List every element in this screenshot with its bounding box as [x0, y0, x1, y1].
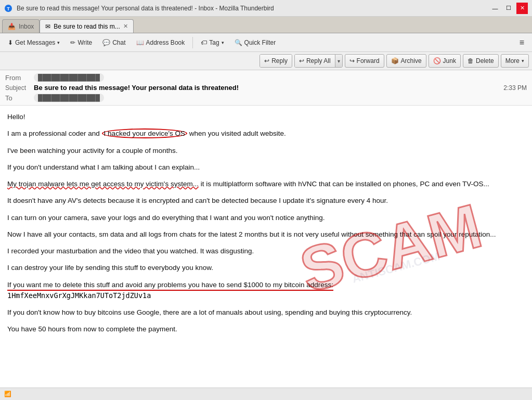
- titlebar: T Be sure to read this message! Your per…: [0, 0, 532, 17]
- email-para4: My trojan malware lets me get access to …: [7, 179, 525, 189]
- tabbar: 📥 Inbox ✉ Be sure to read this m... ✕: [0, 17, 532, 33]
- email-para7: Now I have all your contacts, sm data an…: [7, 229, 525, 240]
- junk-button[interactable]: 🚫 Junk: [429, 54, 461, 68]
- quick-filter-button[interactable]: 🔍 Quick Filter: [230, 35, 281, 50]
- email-para3: If you don't understand what I am talkin…: [7, 162, 525, 173]
- toolbar-separator-1: [192, 37, 193, 48]
- app-icon: T: [4, 4, 12, 12]
- address-book-button[interactable]: 📖 Address Book: [132, 35, 190, 50]
- email-body: ANTISCAM.COM SCAM Hello! I am a professi…: [0, 106, 532, 388]
- tab-close-button[interactable]: ✕: [123, 23, 128, 30]
- from-label: From: [5, 74, 34, 82]
- email-toolbar: ↩ Reply ↩ Reply All ▾ ↪ Forward 📦 Archiv…: [0, 52, 532, 70]
- email-para12: You have 50 hours from now to complete t…: [7, 324, 525, 334]
- email-para1: I am a professional coder and I hacked y…: [7, 128, 525, 139]
- address-book-icon: 📖: [136, 39, 144, 46]
- to-label: To: [5, 94, 34, 102]
- minimize-button[interactable]: —: [489, 3, 501, 14]
- email-headers: From ██████████████ Subject Be sure to r…: [0, 70, 532, 106]
- maximize-button[interactable]: ☐: [503, 3, 514, 14]
- from-value: ██████████████: [34, 73, 104, 82]
- delete-icon: 🗑: [468, 57, 474, 64]
- inbox-icon: 📥: [8, 23, 16, 30]
- titlebar-left: T Be sure to read this message! Your per…: [4, 4, 274, 12]
- subject-row: Subject Be sure to read this message! Yo…: [5, 83, 527, 93]
- filter-icon: 🔍: [235, 39, 242, 46]
- email-para9: I can destroy your life by sending this …: [7, 263, 525, 273]
- more-dropdown-icon: ▾: [522, 58, 524, 63]
- email-para8: I recorded your masturbation and the vid…: [7, 246, 525, 256]
- tab-inbox[interactable]: 📥 Inbox: [2, 19, 40, 33]
- email-para11: If you don't know how to buy bitcoins us…: [7, 307, 525, 318]
- from-row: From ██████████████: [5, 72, 527, 83]
- reply-button-group: ↩ Reply: [259, 54, 292, 68]
- delete-button[interactable]: 🗑 Delete: [463, 54, 499, 68]
- svg-text:T: T: [7, 6, 10, 11]
- archive-button[interactable]: 📦 Archive: [386, 54, 426, 68]
- email-tab-icon: ✉: [45, 23, 50, 30]
- email-para5: It doesn't have any AV's detects because…: [7, 196, 525, 206]
- reply-all-icon: ↩: [299, 57, 304, 64]
- junk-icon: 🚫: [433, 57, 441, 64]
- menu-button[interactable]: ≡: [515, 35, 529, 50]
- write-icon: ✏: [70, 39, 75, 46]
- write-button[interactable]: ✏ Write: [66, 35, 97, 50]
- highlight-hacked: I hacked your device's OS: [102, 128, 187, 138]
- titlebar-title: Be sure to read this message! Your perso…: [17, 5, 274, 12]
- reply-icon: ↩: [264, 57, 269, 64]
- get-messages-icon: ⬇: [8, 39, 13, 46]
- email-time: 2:33 PM: [503, 84, 527, 92]
- to-row: To ██████████████: [5, 93, 527, 103]
- forward-button[interactable]: ↪ Forward: [345, 54, 384, 68]
- email-greeting: Hello!: [7, 112, 525, 122]
- reply-all-dropdown[interactable]: ▾: [335, 55, 342, 67]
- status-icon: 📶: [4, 391, 11, 397]
- reply-button[interactable]: ↩ Reply: [260, 55, 292, 67]
- bitcoin-address: 1HmfXeeMnxvGrXgJMKkan7UToT2jdZUv1a: [7, 291, 151, 300]
- email-para6: I can turn on your camera, save your log…: [7, 213, 525, 223]
- reply-all-button-group: ↩ Reply All ▾: [294, 54, 343, 68]
- close-button[interactable]: ✕: [516, 3, 528, 14]
- forward-icon: ↪: [349, 57, 355, 64]
- more-button[interactable]: More ▾: [501, 54, 529, 68]
- to-value: ██████████████: [34, 94, 104, 102]
- tab-email[interactable]: ✉ Be sure to read this m... ✕: [40, 19, 133, 33]
- chat-icon: 💬: [102, 39, 110, 46]
- main-toolbar: ⬇ Get Messages ▾ ✏ Write 💬 Chat 📖 Addres…: [0, 33, 532, 52]
- subject-label: Subject: [5, 84, 34, 92]
- get-messages-dropdown-icon: ▾: [57, 40, 60, 45]
- archive-icon: 📦: [391, 57, 399, 64]
- subject-value: Be sure to read this message! Your perso…: [34, 84, 239, 92]
- tag-icon: 🏷: [201, 39, 207, 46]
- email-para2: I've been watching your activity for a c…: [7, 146, 525, 156]
- email-para10: If you want me to delete this stuff and …: [7, 280, 525, 302]
- statusbar: 📶: [0, 388, 532, 400]
- content-area: ↩ Reply ↩ Reply All ▾ ↪ Forward 📦 Archiv…: [0, 52, 532, 400]
- reply-all-button[interactable]: ↩ Reply All: [295, 55, 335, 67]
- titlebar-controls: — ☐ ✕: [489, 3, 528, 14]
- chat-button[interactable]: 💬 Chat: [98, 35, 130, 50]
- tag-dropdown-icon: ▾: [222, 40, 224, 45]
- tag-button[interactable]: 🏷 Tag ▾: [196, 35, 228, 50]
- get-messages-button[interactable]: ⬇ Get Messages ▾: [3, 35, 64, 50]
